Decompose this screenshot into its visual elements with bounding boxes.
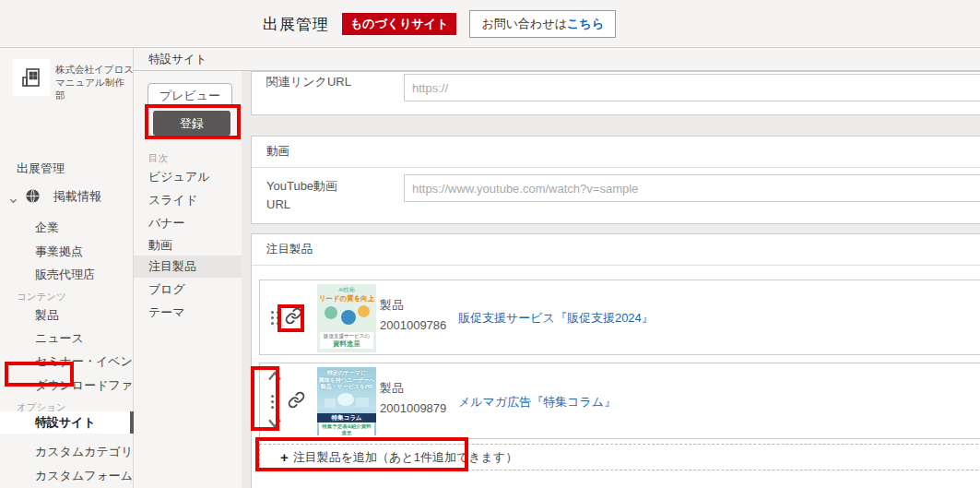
contact-button-text: お問い合わせは bbox=[481, 17, 567, 30]
subnav-item-video[interactable]: 動画 bbox=[134, 234, 252, 256]
product-type-label: 製品 bbox=[380, 381, 404, 395]
youtube-url-label: YouTube動画URL bbox=[266, 177, 337, 214]
move-up-button[interactable] bbox=[266, 370, 284, 385]
related-link-card: 関連リンクURL bbox=[251, 71, 980, 115]
plus-icon: + bbox=[280, 449, 289, 465]
toc-section-label: 目次 bbox=[148, 152, 168, 165]
contact-button-link: こちら bbox=[567, 17, 604, 30]
thumbnail-illustration bbox=[317, 391, 376, 413]
subnav-item-visual[interactable]: ビジュアル bbox=[134, 166, 252, 188]
sidebar-item-listing-info[interactable]: 掲載情報 bbox=[0, 185, 134, 208]
drag-handle-icon[interactable] bbox=[271, 311, 274, 314]
register-button[interactable]: 登録 bbox=[153, 111, 230, 136]
subnav-item-featured-products[interactable]: 注目製品 bbox=[134, 256, 252, 278]
sidebar-item-custom-form[interactable]: カスタムフォーム bbox=[0, 465, 134, 487]
subnav-item-theme[interactable]: テーマ bbox=[134, 302, 252, 324]
drag-handle-icon[interactable] bbox=[271, 395, 274, 398]
link-icon[interactable] bbox=[285, 307, 302, 328]
featured-products-title: 注目製品 bbox=[252, 234, 980, 266]
chevron-down-icon bbox=[8, 191, 18, 213]
product-meta: 製品 2001009786 bbox=[380, 295, 446, 336]
primary-sidebar: 株式会社イプロス マニュアル制作部 出展管理 掲載情報 企業 事業拠点 販売代理… bbox=[0, 48, 134, 488]
content-title: 特設サイト bbox=[148, 53, 207, 65]
sidebar-item-download-file[interactable]: ダウンロードファイル bbox=[0, 375, 134, 397]
preview-button[interactable]: プレビュー bbox=[148, 83, 232, 108]
sidebar-item-news[interactable]: ニュース bbox=[0, 327, 134, 350]
add-featured-product-button[interactable]: +注目製品を追加（あと1件追加できます） bbox=[259, 444, 980, 470]
featured-products-card: 注目製品 AI技術 リードの質を向上 販促支援サービスの 資料進呈 bbox=[251, 233, 980, 488]
product-id: 2001009879 bbox=[380, 401, 446, 415]
globe-icon bbox=[25, 188, 41, 211]
link-icon[interactable] bbox=[288, 391, 305, 412]
thumbnail-illustration bbox=[317, 303, 376, 332]
related-link-label: 関連リンクURL bbox=[266, 73, 351, 91]
product-link[interactable]: メルマガ広告『特集コラム』 bbox=[458, 394, 616, 411]
subnav-item-banner[interactable]: バナー bbox=[134, 212, 252, 234]
sidebar-item-company[interactable]: 企業 bbox=[0, 217, 134, 239]
top-header: 出展管理 ものづくりサイト お問い合わせはこちら bbox=[0, 0, 980, 48]
main-content: 関連リンクURL 動画 YouTube動画URL 注目製品 bbox=[242, 71, 980, 488]
featured-product-row-2: 特定のテーマに 興味を持つユーザーへ 製品・サービスをPR 特集コラム 特集予定… bbox=[259, 363, 980, 439]
product-id: 2001009786 bbox=[380, 318, 446, 332]
site-badge: ものづくりサイト bbox=[342, 13, 456, 35]
youtube-url-input[interactable] bbox=[404, 174, 980, 202]
product-meta: 製品 2001009879 bbox=[380, 378, 446, 419]
sidebar-item-custom-category[interactable]: カスタムカテゴリ bbox=[0, 441, 134, 463]
video-card-title: 動画 bbox=[252, 137, 980, 168]
sidebar-item-sales-agency[interactable]: 販売代理店 bbox=[0, 264, 134, 286]
move-down-button[interactable] bbox=[266, 417, 284, 432]
sidebar-item-special-site[interactable]: 特設サイト bbox=[0, 411, 134, 434]
related-link-input[interactable] bbox=[404, 74, 980, 101]
subnav-item-blog[interactable]: ブログ bbox=[134, 279, 252, 301]
product-thumbnail: AI技術 リードの質を向上 販促支援サービスの 資料進呈 bbox=[317, 284, 376, 352]
company-block[interactable]: 株式会社イプロス マニュアル制作部 bbox=[0, 57, 134, 98]
sidebar-item-business-location[interactable]: 事業拠点 bbox=[0, 241, 134, 263]
header-center-group: 出展管理 ものづくりサイト お問い合わせはこちら bbox=[0, 0, 879, 48]
product-link[interactable]: 販促支援サービス『販促支援2024』 bbox=[458, 310, 654, 327]
sidebar-item-exhibit-management[interactable]: 出展管理 bbox=[0, 158, 134, 180]
sidebar-item-seminar-event[interactable]: セミナー・イベント bbox=[0, 351, 134, 373]
contact-button[interactable]: お問い合わせはこちら bbox=[469, 10, 615, 38]
sidebar-item-products[interactable]: 製品 bbox=[0, 304, 134, 327]
page: 出展管理 ものづくりサイト お問い合わせはこちら 株式会社イプロス マニュアル制… bbox=[0, 0, 980, 488]
featured-product-row-1: AI技術 リードの質を向上 販促支援サービスの 資料進呈 製品 20010097… bbox=[259, 280, 980, 355]
product-type-label: 製品 bbox=[380, 298, 404, 312]
product-thumbnail: 特定のテーマに 興味を持つユーザーへ 製品・サービスをPR 特集コラム 特集予定… bbox=[317, 367, 376, 435]
page-title: 出展管理 bbox=[263, 14, 329, 35]
content-titlebar: 特設サイト bbox=[134, 48, 980, 71]
sidebar-section-contents: コンテンツ bbox=[17, 288, 66, 304]
secondary-sidebar: プレビュー 登録 目次 ビジュアル スライド バナー 動画 注目製品 ブログ テ… bbox=[134, 71, 242, 488]
company-name: 株式会社イプロス マニュアル制作部 bbox=[55, 63, 134, 101]
video-card: 動画 YouTube動画URL bbox=[251, 136, 980, 224]
subnav-item-slide[interactable]: スライド bbox=[134, 189, 252, 211]
building-icon bbox=[13, 59, 50, 96]
